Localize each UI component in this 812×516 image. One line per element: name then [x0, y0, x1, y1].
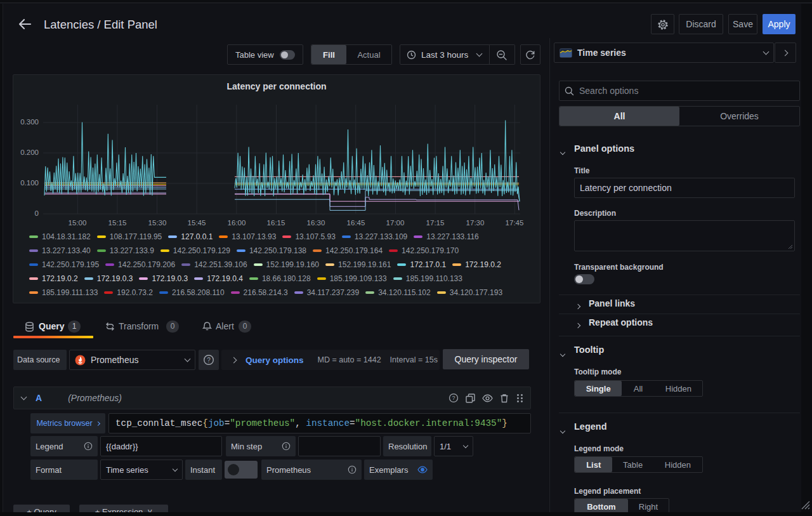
- svg-text:?: ?: [207, 357, 211, 364]
- svg-text:?: ?: [452, 395, 455, 401]
